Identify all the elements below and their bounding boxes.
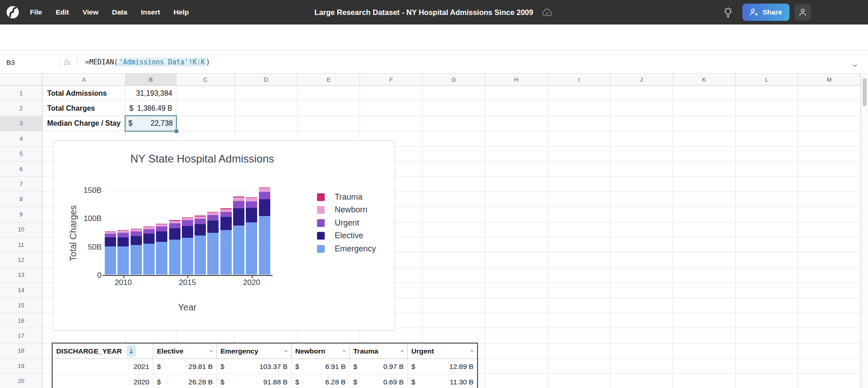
- column-filter-dropdown[interactable]: [284, 349, 288, 352]
- table-cell[interactable]: $6.28 B: [292, 374, 350, 388]
- row-header-10[interactable]: 10: [0, 222, 43, 237]
- column-header-H[interactable]: H: [485, 74, 548, 86]
- row-header-20[interactable]: 20: [0, 373, 43, 388]
- legend-item-emergency: Emergency: [317, 244, 376, 254]
- share-button[interactable]: Share: [742, 4, 790, 21]
- row-header-5[interactable]: 5: [0, 147, 43, 162]
- row-header-14[interactable]: 14: [0, 283, 43, 298]
- menu-insert[interactable]: Insert: [141, 8, 160, 16]
- cell-currency: $: [353, 363, 357, 371]
- table-cell[interactable]: $6.91 B: [292, 359, 350, 374]
- column-header-K[interactable]: K: [673, 74, 736, 86]
- cell-B2[interactable]: $1,386.49 B: [126, 101, 176, 116]
- row-header-1[interactable]: 1: [0, 86, 43, 101]
- row-header-6[interactable]: 6: [0, 162, 43, 177]
- bar-2018: [220, 208, 232, 275]
- row-header-15[interactable]: 15: [0, 298, 43, 313]
- selected-cell-B3[interactable]: $22,738: [125, 115, 177, 132]
- table-header-elective[interactable]: Elective: [153, 344, 217, 359]
- menu-view[interactable]: View: [83, 8, 98, 16]
- scrollbar-thumb[interactable]: [863, 78, 867, 106]
- embedded-chart[interactable]: NY State Hospital Admissions Total Charg…: [53, 140, 395, 331]
- vertical-scrollbar[interactable]: [861, 74, 868, 388]
- legend-item-trauma: Trauma: [317, 192, 362, 202]
- sort-descending-icon[interactable]: ↓: [127, 345, 136, 357]
- column-filter-dropdown[interactable]: [210, 349, 213, 352]
- title-group: Large Research Dataset - NY Hospital Adm…: [314, 0, 553, 25]
- table-cell[interactable]: $0.69 B: [350, 374, 408, 388]
- row-header-11[interactable]: 11: [0, 237, 43, 252]
- cell-value: 0.97 B: [383, 363, 404, 371]
- column-header-E[interactable]: E: [297, 74, 360, 86]
- table-cell-year[interactable]: 2021: [53, 359, 153, 374]
- row-header-3[interactable]: 3: [0, 116, 43, 131]
- column-header-I[interactable]: I: [548, 74, 610, 86]
- table-cell[interactable]: $12.89 B: [408, 359, 477, 374]
- table-header-emergency[interactable]: Emergency: [217, 344, 292, 359]
- column-header-B[interactable]: B: [126, 74, 176, 86]
- row-header-16[interactable]: 16: [0, 313, 43, 328]
- chart-y-tick: 150B: [70, 186, 102, 195]
- menu-file[interactable]: File: [30, 8, 42, 16]
- row-header-12[interactable]: 12: [0, 252, 43, 267]
- column-header-G[interactable]: G: [423, 74, 485, 86]
- bar-segment-urgent: [220, 212, 232, 217]
- table-cell[interactable]: $26.28 B: [153, 374, 217, 388]
- row-header-17[interactable]: 17: [0, 328, 43, 343]
- column-header-A[interactable]: A: [43, 74, 126, 86]
- row-header-8[interactable]: 8: [0, 192, 43, 207]
- lightbulb-icon[interactable]: [723, 7, 733, 20]
- cell-A3[interactable]: Median Charge / Stay: [43, 116, 126, 131]
- row-header-4[interactable]: 4: [0, 131, 43, 146]
- table-cell[interactable]: $91.88 B: [217, 374, 292, 388]
- row-header-2[interactable]: 2: [0, 101, 43, 116]
- table-cell[interactable]: $11.30 B: [408, 374, 477, 388]
- table-cell-year[interactable]: 2020: [53, 374, 153, 388]
- cell-currency: $: [411, 363, 415, 371]
- row-header-18[interactable]: 18: [0, 344, 43, 359]
- table-header-urgent[interactable]: Urgent: [408, 344, 477, 359]
- column-header-D[interactable]: D: [235, 74, 297, 86]
- row-header-9[interactable]: 9: [0, 207, 43, 222]
- menu-help[interactable]: Help: [174, 8, 189, 16]
- bar-segment-emergency: [131, 245, 142, 275]
- table-header-discharge_year[interactable]: DISCHARGE_YEAR↓: [53, 344, 153, 359]
- bar-segment-newborn: [233, 197, 244, 201]
- cell-A1[interactable]: Total Admissions: [43, 86, 126, 101]
- cell-value: 31,193,384: [136, 89, 172, 98]
- table-header-newborn[interactable]: Newborn: [292, 344, 350, 359]
- fill-handle[interactable]: [174, 129, 179, 133]
- legend-item-elective: Elective: [317, 231, 363, 241]
- formula-input[interactable]: =MEDIAN('Admissions Data'!K:K): [85, 51, 210, 74]
- column-filter-dropdown[interactable]: [342, 349, 346, 352]
- separator: [77, 57, 78, 68]
- row-header-13[interactable]: 13: [0, 268, 43, 283]
- column-filter-dropdown[interactable]: [400, 349, 404, 352]
- table-cell[interactable]: $29.81 B: [153, 359, 217, 374]
- column-filter-dropdown[interactable]: [470, 349, 473, 352]
- menu-data[interactable]: Data: [112, 8, 127, 16]
- formula-bar-expand-button[interactable]: [853, 60, 856, 69]
- cell-B1[interactable]: 31,193,384: [126, 86, 176, 101]
- menu-edit[interactable]: Edit: [56, 8, 69, 16]
- cell-A2[interactable]: Total Charges: [43, 101, 126, 116]
- column-header-J[interactable]: J: [610, 74, 673, 86]
- table-cell[interactable]: $0.97 B: [350, 359, 408, 374]
- cell-value: 11.30 B: [450, 378, 473, 386]
- column-header-M[interactable]: M: [798, 74, 861, 86]
- column-header-F[interactable]: F: [360, 74, 423, 86]
- table-cell[interactable]: $103.37 B: [217, 359, 292, 374]
- cell-reference-box[interactable]: B3: [6, 51, 15, 74]
- bar-2019: [233, 196, 244, 275]
- select-all-corner[interactable]: [0, 74, 43, 86]
- table-header-trauma[interactable]: Trauma: [350, 344, 408, 359]
- row-header-7[interactable]: 7: [0, 177, 43, 192]
- bar-segment-urgent: [182, 220, 193, 226]
- row-header-19[interactable]: 19: [0, 359, 43, 373]
- bar-segment-urgent: [195, 219, 206, 224]
- account-button[interactable]: [795, 4, 811, 20]
- column-header-C[interactable]: C: [176, 74, 235, 86]
- column-header-L[interactable]: L: [736, 74, 798, 86]
- bar-segment-urgent: [169, 223, 180, 229]
- app-logo-icon[interactable]: [5, 5, 20, 20]
